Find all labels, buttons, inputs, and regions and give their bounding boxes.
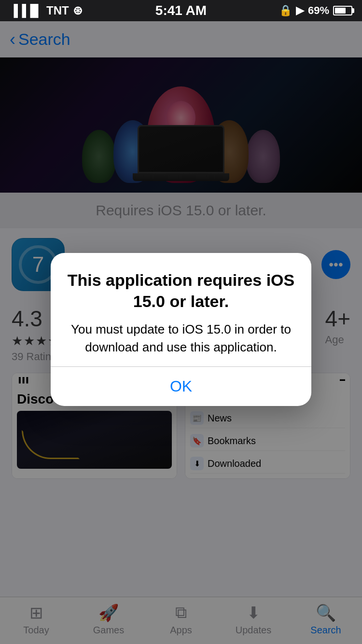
- modal-actions: OK: [51, 367, 311, 406]
- status-time: 5:41 AM: [155, 3, 207, 18]
- modal-title: This application requires iOS 15.0 or la…: [65, 269, 297, 312]
- modal-body: This application requires iOS 15.0 or la…: [51, 253, 311, 366]
- carrier-label: TNT: [46, 4, 69, 17]
- modal-ok-button[interactable]: OK: [51, 367, 311, 406]
- status-left: ▐▐▐▌ TNT ⊛: [10, 4, 83, 17]
- wifi-icon: ⊛: [73, 4, 83, 17]
- modal-overlay: This application requires iOS 15.0 or la…: [0, 21, 362, 644]
- signal-icon: ▐▐▐▌: [10, 4, 42, 17]
- status-bar: ▐▐▐▌ TNT ⊛ 5:41 AM 🔒 ▶ 69%: [0, 0, 362, 21]
- location-icon: ▶: [296, 4, 304, 17]
- battery-icon: [333, 6, 352, 15]
- battery-pct: 69%: [308, 4, 329, 17]
- status-right: 🔒 ▶ 69%: [279, 4, 352, 17]
- lock-icon: 🔒: [279, 4, 292, 17]
- scroll-area: ‹ Search Requires iOS 15.0 or later.: [0, 21, 362, 644]
- battery-fill: [335, 8, 346, 14]
- modal-message: You must update to iOS 15.0 in order to …: [65, 321, 297, 356]
- modal-dialog: This application requires iOS 15.0 or la…: [51, 253, 311, 406]
